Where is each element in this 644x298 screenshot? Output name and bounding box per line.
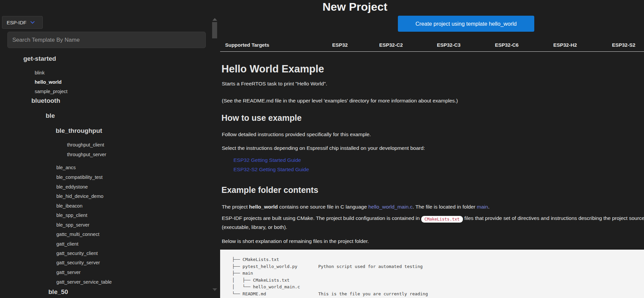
tree-item[interactable]: gatt_server_service_table [56,278,112,286]
template-sidebar: ESP-IDF get-startedblinkhello_worldsampl… [0,0,219,298]
readme-paragraph: The project hello_world contains one sou… [222,204,490,210]
readme-paragraph: ESP-IDF projects are built using CMake. … [222,215,644,223]
code-line: └── README.md This is the file you are c… [232,291,644,298]
target-label: Supported Targets [225,42,269,48]
tree-item[interactable]: bluetooth [31,97,60,105]
target-label: ESP32-H2 [553,42,577,48]
readme-paragraph: Follow detailed instructions provided sp… [222,131,371,137]
tree-item[interactable]: ble_spp_client [56,211,87,219]
target-label: ESP32-C2 [379,42,403,48]
tree-item[interactable]: ble_50 [48,288,68,296]
code-line: ├── main [232,270,644,277]
text-run: . [488,204,489,210]
create-project-button[interactable]: Create project using template hello_worl… [398,16,534,32]
code-line: │ └── hello_world_main.c [232,284,644,291]
tree-item[interactable]: ble_eddystone [56,183,88,191]
readme-paragraph: Starts a FreeRTOS task to print "Hello W… [222,81,327,87]
bold-text: hello_world [249,204,278,210]
tree-item[interactable]: blink [35,69,45,77]
code-line: ├── pytest_hello_world.py Python script … [232,263,644,270]
inline-code-cmakelists: CMakeLists.txt [421,216,463,223]
tree-item[interactable]: ble_ancs [56,164,76,172]
tree-item[interactable]: sample_project [35,87,67,95]
tree-item[interactable]: gatt_server [56,268,81,276]
page-title: New Project [323,0,388,13]
tree-item[interactable]: gatt_security_client [56,249,98,257]
tree-item[interactable]: ble_ibeacon [56,202,82,210]
tree-item[interactable]: gatt_security_server [56,259,100,267]
target-label: ESP32-S2 [612,42,635,48]
target-label: ESP32 [332,42,348,48]
readme-paragraph: Select the instructions depending on Esp… [222,145,425,151]
readme-paragraph: (See the README.md file in the upper lev… [222,98,458,104]
text-run: . The file is located in folder [413,204,477,210]
scroll-down-icon[interactable] [212,288,217,291]
main-folder-link[interactable]: main [477,204,488,210]
sidebar-scrollbar-thumb[interactable] [212,22,217,38]
readme-title: Hello World Example [221,63,324,75]
hello-world-main-link[interactable]: hello_world_main.c [368,204,413,210]
section-heading-folder-contents: Example folder contents [221,185,318,195]
folder-tree-codeblock: ├── CMakeLists.txt├── pytest_hello_world… [220,250,644,298]
esp32-s2-guide-link[interactable]: ESP32-S2 Getting Started Guide [233,167,309,173]
tree-item[interactable]: ble_hid_device_demo [56,192,103,200]
text-run: contains one source file in C language [278,204,368,210]
readme-paragraph: (executable, library, or both). [222,224,287,230]
tree-item[interactable]: gatt_client [56,240,78,248]
code-line: ├── CMakeLists.txt [232,256,644,263]
tree-item[interactable]: ble_throughput [56,127,102,135]
text-run: The project [222,204,249,210]
tree-item[interactable]: ble [46,112,55,120]
text-run: files that provide set of directives and… [463,215,644,221]
code-line: │ ├── CMakeLists.txt [232,277,644,284]
scroll-up-icon[interactable] [212,18,217,21]
esp32-guide-link[interactable]: ESP32 Getting Started Guide [233,157,301,163]
template-tree: get-startedblinkhello_worldsample_projec… [0,0,210,298]
tree-item[interactable]: gattc_multi_connect [56,230,99,238]
text-run: ESP-IDF projects are built using CMake. … [222,215,421,221]
tree-item[interactable]: throughput_server [67,151,106,159]
targets-divider [220,51,644,52]
tree-item[interactable]: get-started [23,55,56,63]
section-heading-how-to-use: How to use example [221,113,301,123]
tree-item[interactable]: throughput_client [67,141,104,149]
tree-item[interactable]: ble_compatibility_test [56,173,103,181]
tree-item[interactable]: ble_spp_server [56,221,89,229]
tree-item[interactable]: hello_world [35,78,62,86]
target-label: ESP32-C6 [495,42,519,48]
target-label: ESP32-C3 [437,42,461,48]
readme-paragraph: Below is short explanation of remaining … [222,238,369,244]
